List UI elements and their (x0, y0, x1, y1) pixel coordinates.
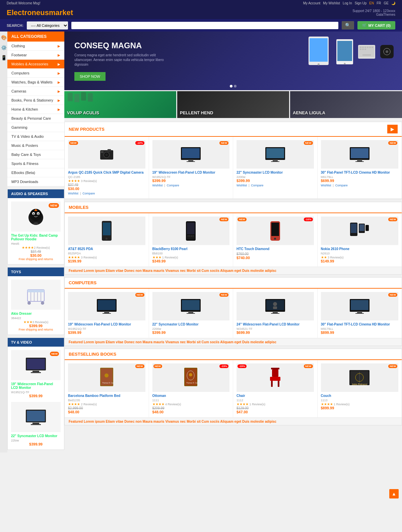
toys-box: TOYS Akio Dresser 384422 (7, 267, 64, 335)
tv1-title: 19" Widescreen Flat-Panel LCD Monitor (11, 382, 61, 390)
cat-banner-2-label: PELLENT HEND (180, 110, 213, 115)
books-featured-text: Lorem ipsum Etiam vitae Donec non Maura … (84, 420, 276, 423)
cat-computers[interactable]: Computers▶ (7, 69, 64, 78)
gear-icon[interactable]: ⚙️ (1, 45, 7, 50)
svg-rect-98 (273, 306, 277, 309)
svg-rect-71 (187, 223, 195, 234)
new-product-3-image: NEW (237, 140, 314, 169)
book-2-title[interactable]: Ottoman (152, 394, 230, 398)
mobiles-header: MOBILES (65, 202, 402, 213)
search-button[interactable]: 🔍 (342, 21, 354, 29)
new-products-section: NEW PRODUCTS ▶ NEW -10% (64, 122, 402, 199)
signup-link[interactable]: Sign Up (355, 1, 367, 5)
login-link[interactable]: Log In (343, 1, 352, 5)
svg-rect-37 (372, 47, 373, 48)
book-1-title[interactable]: Barcelona Bamboo Platform Bed (68, 394, 145, 398)
new-p1-wishlist: Wishlist|Compare (68, 192, 145, 195)
mobile-4-title[interactable]: Nokia 2610 Phone (321, 247, 399, 251)
lang-fr[interactable]: FR (377, 1, 381, 5)
book-4-new-badge: NEW (388, 364, 397, 368)
computer-1-title[interactable]: 19" Widescreen Flat-Panel LCD Monitor (68, 322, 145, 326)
cat-clothing[interactable]: Clothing▶ (7, 42, 64, 51)
computer-2-title[interactable]: 22" Syncmaster LCD Monitor (152, 322, 230, 326)
my-account-link[interactable]: My Account (303, 1, 321, 5)
banner-title: CONSEQ MAGNA (74, 41, 175, 50)
mobile-3-title[interactable]: HTC Touch Diamond (237, 247, 314, 251)
cat-tv[interactable]: TV & Video & Audio (7, 132, 64, 141)
book-product-1: NEW Thomas R. Carpenter Barcelona Bamboo… (65, 360, 149, 418)
svg-rect-56 (182, 148, 200, 158)
welcome-msg: Default Welcome Msg! (7, 1, 40, 5)
cat-footwear[interactable]: Footwear▶ (7, 51, 64, 60)
site-logo[interactable]: Electroneusmarket (7, 8, 73, 17)
svg-point-106 (105, 373, 109, 377)
svg-rect-46 (74, 94, 79, 102)
category-select[interactable]: ---- All Categories Clothing Mobiles Com… (27, 21, 68, 29)
cat-gaming[interactable]: Gamming (7, 123, 64, 132)
cat-home[interactable]: Home & Kitchen▶ (7, 105, 64, 114)
my-wishlist-link[interactable]: My Wishlist (323, 1, 340, 5)
dark-mode-toggle[interactable]: 🌙 (391, 1, 395, 5)
new-product-4-title[interactable]: 30" Flat-Panel TFT-LCD Cinema HD Monitor (321, 171, 399, 174)
banner-dot-1[interactable] (230, 85, 232, 87)
tv1-price: $399.99 (11, 394, 61, 398)
cat-banner-volup[interactable]: VOLUP ACULIS (64, 91, 176, 118)
svg-point-52 (105, 154, 108, 156)
book-1-sku: Bed1235 (68, 399, 145, 402)
cat-music[interactable]: Music & Posters (7, 141, 64, 150)
cat-watches[interactable]: Watches, Bags & Wallets▶ (7, 78, 64, 87)
cat-books[interactable]: Books, Pens & Stationery▶ (7, 96, 64, 105)
search-bar: SEARCH: ---- All Categories Clothing Mob… (0, 19, 402, 32)
mobile-icon[interactable]: 📱 (1, 55, 7, 60)
cat-sports[interactable]: Sports & Fitness (7, 159, 64, 168)
svg-rect-75 (191, 236, 192, 236)
lang-en[interactable]: EN (369, 1, 374, 5)
new-product-3-title[interactable]: 22" Syncmaster LCD Monitor (237, 171, 314, 174)
svg-rect-22 (32, 423, 39, 424)
svg-rect-23 (31, 424, 41, 425)
cat-baby[interactable]: Baby Care & Toys (7, 150, 64, 159)
mobile-1-price: $199.99 (68, 259, 145, 263)
book-3-title[interactable]: Chair (237, 394, 314, 398)
audio-product-title: The Get Up Kids: Band Camp Pullover Hood… (11, 234, 61, 241)
cat-banner-aenea[interactable]: AENEA LIGULA (290, 91, 402, 118)
book-2-oldprice: $209.99 (152, 406, 164, 410)
book-4-title[interactable]: Couch (321, 394, 399, 398)
mobile-2-title[interactable]: BlackBerry 8100 Pearl (152, 247, 230, 251)
banner-desc: Conseq magna eget ante hendrerit sed sol… (74, 53, 175, 67)
svg-rect-61 (273, 160, 278, 161)
new-product-4-sku: M6179LL (321, 175, 399, 179)
cat-mp3[interactable]: MP3 Downloads (7, 177, 64, 186)
cat-cameras[interactable]: Cameras▶ (7, 87, 64, 96)
paint-icon[interactable]: 🎨 (1, 35, 7, 40)
computer-3-title[interactable]: 24" Widescreen Flat-Panel LCD Monitor (237, 322, 314, 326)
computer-4-title[interactable]: 30" Flat-Panel TFT-LCD Cinema HD Monitor (321, 322, 399, 326)
banner-dot-2[interactable] (234, 85, 237, 87)
tv-icon (24, 356, 48, 374)
book-2-icon: Thomas R. Carpenter (182, 366, 200, 390)
new-product-2-title[interactable]: 19" Widescreen Flat-Panel LCD Monitor (152, 171, 230, 174)
cat-banner-pellent[interactable]: PELLENT HEND (177, 91, 289, 118)
toys-product-image (11, 280, 61, 310)
svg-rect-68 (103, 223, 111, 235)
new-products-next[interactable]: ▶ (387, 125, 398, 133)
cat-mobiles[interactable]: Mobiles & Accessories▶ (7, 60, 64, 69)
logo-part2: market (49, 8, 73, 17)
new-product-1-title[interactable]: Argus QC-2185 Quick Click 5MP Digital Ca… (68, 171, 145, 174)
audio-speakers-box: AUDIO & SPEAKERS NEW (7, 189, 64, 264)
mobile-1-title[interactable]: AT&T 8525 PDA (68, 247, 145, 251)
cart-button[interactable]: 🛒 MY CART (0) (357, 21, 395, 29)
search-input[interactable] (71, 22, 338, 29)
book-2-image: NEW -19% Thomas R. Carpenter (152, 363, 230, 392)
book-1-icon: Thomas R. Carpenter (97, 366, 116, 390)
tablet2-icon (335, 38, 355, 66)
monitor-product-icon-3 (264, 146, 286, 163)
cat-ebooks[interactable]: EBooks (Beta) (7, 168, 64, 177)
audio-speakers-content: NEW The Get Up Kids: Band Camp Pu (8, 198, 64, 264)
computer-3-price: $699.99 (237, 331, 314, 335)
shop-now-button[interactable]: SHOP NOW (74, 72, 106, 81)
svg-rect-53 (108, 149, 111, 152)
cat-beauty[interactable]: Beauty & Personal Care (7, 114, 64, 123)
lang-de[interactable]: GE (384, 1, 389, 5)
audio-reviews: 2 Review(s) (34, 246, 50, 249)
